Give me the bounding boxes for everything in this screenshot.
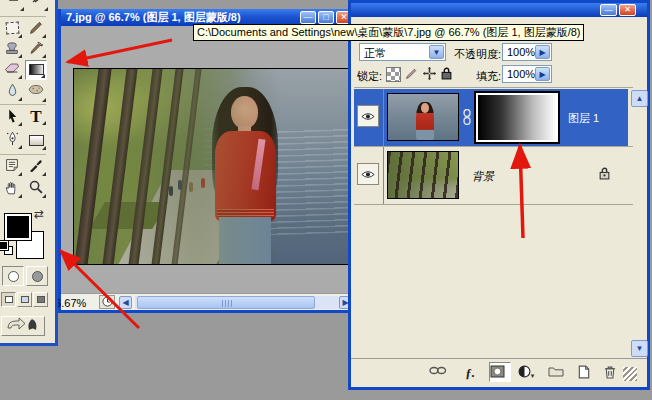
layer-row-background[interactable]: 背景 xyxy=(354,147,628,204)
gradient-tool[interactable] xyxy=(25,60,47,80)
lock-label: 锁定: xyxy=(357,69,382,84)
canvas-area[interactable] xyxy=(61,26,355,293)
gradient-mask-blend-overlay xyxy=(74,69,355,264)
vscroll-down-arrow[interactable]: ▼ xyxy=(631,340,648,357)
default-colors-icon[interactable] xyxy=(0,241,13,255)
layer-mask-thumbnail-frame xyxy=(474,91,560,144)
vscroll-up-arrow[interactable]: ▲ xyxy=(631,90,648,107)
layer-style-icon[interactable]: ƒ. xyxy=(461,365,479,381)
adjustment-layer-icon[interactable]: ▾ xyxy=(517,365,535,381)
toolbox-divider xyxy=(0,154,46,155)
delete-layer-icon[interactable] xyxy=(601,365,619,381)
jump-to-imageready-button[interactable] xyxy=(1,316,45,336)
chevron-right-icon[interactable]: ▶ xyxy=(535,45,550,59)
blend-mode-dropdown[interactable]: 正常 ▼ xyxy=(359,43,446,61)
quick-mask-mode-button[interactable] xyxy=(26,266,48,286)
fill-field[interactable]: 100% ▶ xyxy=(502,65,552,83)
notes-tool[interactable] xyxy=(1,158,23,177)
toolbox-palette: T ⇄ xyxy=(0,0,58,346)
toolbox-divider xyxy=(0,104,46,105)
add-layer-mask-button[interactable] xyxy=(489,362,511,382)
history-brush-tool[interactable] xyxy=(25,40,47,59)
hand-tool[interactable] xyxy=(1,180,23,199)
panel-minimize-button[interactable]: — xyxy=(600,4,617,16)
fullscreen-mode-button[interactable] xyxy=(33,292,48,307)
eraser-tool[interactable] xyxy=(1,61,23,80)
panel-divider xyxy=(354,87,633,88)
shape-tool[interactable] xyxy=(25,132,47,151)
layer-name[interactable]: 图层 1 xyxy=(568,111,599,126)
opacity-field[interactable]: 100% ▶ xyxy=(502,43,552,61)
brush-tool[interactable] xyxy=(25,20,47,39)
lock-all-icon[interactable] xyxy=(439,67,454,82)
lock-position-icon[interactable] xyxy=(422,67,437,82)
layer-row-layer1[interactable]: 图层 1 xyxy=(354,89,628,146)
visibility-toggle[interactable] xyxy=(357,163,379,185)
chevron-down-icon[interactable]: ▼ xyxy=(429,45,444,59)
status-info-icon[interactable] xyxy=(99,295,115,309)
link-layers-icon[interactable] xyxy=(429,365,447,381)
fill-label: 填充: xyxy=(476,69,501,84)
document-window: 7.jpg @ 66.7% (图层 1, 图层蒙版/8) — □ ✕ xyxy=(58,9,358,313)
sponge-tool[interactable] xyxy=(25,84,47,103)
layer-locked-icon xyxy=(599,167,610,182)
foreground-color-swatch[interactable] xyxy=(4,213,32,241)
pen-tool[interactable] xyxy=(1,131,23,150)
crop-tool[interactable] xyxy=(3,0,25,12)
doc-minimize-button[interactable]: — xyxy=(300,11,316,24)
toolbox-divider xyxy=(0,16,46,17)
layers-panel: — ✕ 正常 ▼ 不透明度: 100% ▶ 锁定: 填充: 100% ▶ xyxy=(348,0,650,390)
photo-canvas[interactable] xyxy=(73,68,355,265)
column-divider xyxy=(383,89,384,146)
doc-maximize-button[interactable]: □ xyxy=(318,11,334,24)
mask-link-icon[interactable] xyxy=(462,109,474,125)
column-divider xyxy=(383,147,384,204)
lock-image-icon[interactable] xyxy=(404,67,419,82)
hscroll-grip xyxy=(222,300,234,307)
layers-panel-bottom-bar: ƒ. ▾ xyxy=(351,358,647,387)
gradient-mask-thumbnail[interactable] xyxy=(478,95,556,140)
swap-colors-icon[interactable]: ⇄ xyxy=(34,207,44,221)
layer-name[interactable]: 背景 xyxy=(472,169,494,184)
row-divider xyxy=(354,204,633,205)
type-tool[interactable]: T xyxy=(25,107,47,126)
path-tooltip: C:\Documents and Settings\new\桌面\蒙版\7.jp… xyxy=(193,24,584,41)
standard-screen-mode-button[interactable] xyxy=(1,292,16,307)
hscroll-left-arrow[interactable]: ◀ xyxy=(119,296,132,309)
document-status-bar: 66.67% ◀ ▶ xyxy=(61,293,355,310)
new-group-icon[interactable] xyxy=(547,365,565,381)
layer1-thumbnail[interactable] xyxy=(387,93,459,141)
clone-stamp-tool[interactable] xyxy=(1,40,23,59)
standard-mode-button[interactable] xyxy=(2,266,24,286)
lock-transparency-icon[interactable] xyxy=(386,67,401,82)
blur-tool[interactable] xyxy=(1,83,23,102)
opacity-label: 不透明度: xyxy=(454,47,501,62)
hscroll-thumb[interactable] xyxy=(137,296,315,309)
resize-grip[interactable] xyxy=(623,367,637,381)
patch-tool[interactable] xyxy=(1,20,23,39)
photoshop-workspace: 7.jpg @ 66.7% (图层 1, 图层蒙版/8) — □ ✕ xyxy=(0,0,652,400)
path-selection-tool[interactable] xyxy=(1,108,23,127)
hscroll-track[interactable] xyxy=(135,296,355,309)
chevron-right-icon[interactable]: ▶ xyxy=(535,67,550,81)
new-layer-icon[interactable] xyxy=(575,365,593,381)
zoom-tool[interactable] xyxy=(25,180,47,199)
background-thumbnail[interactable] xyxy=(387,151,459,199)
panel-close-button[interactable]: ✕ xyxy=(619,4,636,16)
slice-tool[interactable] xyxy=(27,0,49,12)
eyedropper-tool[interactable] xyxy=(25,158,47,177)
thumbnail-face xyxy=(421,103,429,113)
visibility-toggle[interactable] xyxy=(357,105,379,127)
fullscreen-menu-mode-button[interactable] xyxy=(17,292,32,307)
